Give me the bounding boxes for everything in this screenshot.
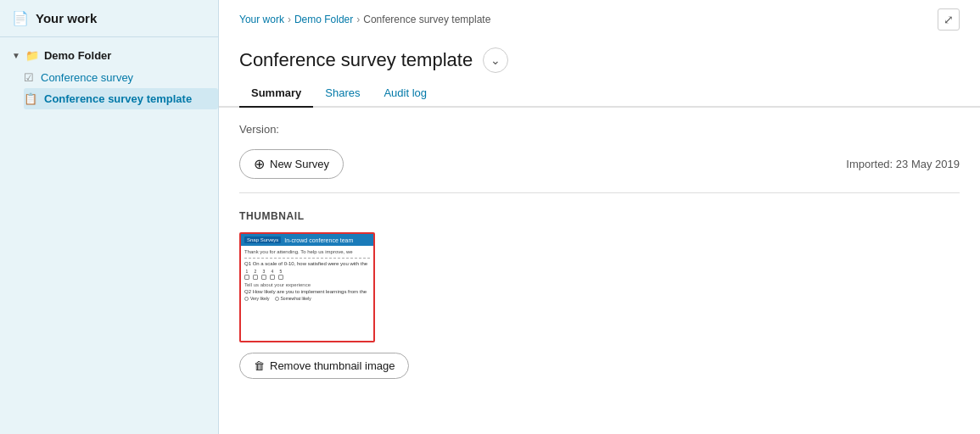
sidebar-tree: ▼ 📁 Demo Folder ☑ Conference survey 📋 Co… [0,37,218,116]
doc-icon: ☑ [24,71,34,84]
plus-icon: ⊕ [254,156,265,172]
thumb-body: Thank you for attending. To help us impr… [241,246,373,304]
folder-icon: 📁 [25,49,39,62]
breadcrumb-bar: Your work › Demo Folder › Conference sur… [219,0,980,36]
thumb-checkbox-5 [278,275,283,280]
thumb-checkbox-1 [244,275,249,280]
remove-thumbnail-button[interactable]: 🗑 Remove thumbnail image [239,353,409,379]
version-label: Version: [239,123,960,136]
thumb-option-label-1: 1 [246,269,249,274]
thumb-radio-circle-2 [275,297,279,301]
folder-label: Demo Folder [44,49,111,62]
breadcrumb: Your work › Demo Folder › Conference sur… [239,14,490,25]
thumb-option-3: 3 [261,269,266,280]
page-title: Conference survey template [239,49,473,71]
title-dropdown-button[interactable]: ⌄ [483,47,508,73]
thumb-intro: Thank you for attending. To help us impr… [244,249,370,254]
document-icon: 📄 [12,10,29,26]
main-content: Your work › Demo Folder › Conference sur… [219,0,980,434]
thumb-option-5: 5 [278,269,283,280]
thumb-option-1: 1 [244,269,249,280]
thumb-header: Snap Surveys In-crowd conference team [241,234,373,246]
breadcrumb-sep-2: › [356,14,360,25]
new-survey-row: ⊕ New Survey Imported: 23 May 2019 [239,149,960,179]
thumb-radio-circle-1 [244,297,249,301]
tab-summary[interactable]: Summary [239,80,313,108]
snap-badge: Snap Surveys [244,236,281,243]
thumb-option-label-4: 4 [272,269,274,274]
sidebar-header-label: Your work [36,11,97,25]
sidebar: 📄 Your work ▼ 📁 Demo Folder ☑ Conference… [0,0,219,434]
tab-summary-label: Summary [251,86,301,99]
collapse-icon: ▼ [12,51,20,60]
tab-shares-label: Shares [325,86,360,99]
sidebar-item-conference-survey-template[interactable]: 📋 Conference survey template [24,88,218,109]
thumb-divider [244,258,370,259]
tab-audit-log-label: Audit log [384,86,427,99]
sidebar-item-label-conference-survey: Conference survey [41,71,133,84]
divider [239,192,960,193]
sidebar-header[interactable]: 📄 Your work [0,0,218,37]
thumb-checkbox-4 [270,275,275,280]
breadcrumb-current: Conference survey template [363,14,490,25]
thumb-option-label-5: 5 [280,269,283,274]
breadcrumb-sep-1: › [288,14,291,25]
thumb-radio-2: Somewhat likely [275,296,311,301]
new-survey-label: New Survey [270,158,329,170]
thumb-radios: Very likely Somewhat likely [244,296,370,301]
sidebar-item-label-conference-survey-template: Conference survey template [44,92,192,105]
thumb-option-label-2: 2 [255,269,257,274]
sidebar-item-conference-survey[interactable]: ☑ Conference survey [24,67,218,88]
thumbnail-preview: Snap Surveys In-crowd conference team Th… [239,232,375,342]
tab-content: Version: ⊕ New Survey Imported: 23 May 2… [219,108,980,434]
thumb-option-label-3: 3 [263,269,266,274]
tabs-bar: Summary Shares Audit log [219,80,980,108]
thumbnail-section-label: THUMBNAIL [239,210,960,222]
template-icon: 📋 [24,92,37,105]
thumb-section-title: Tell us about your experience [244,282,370,287]
thumb-checkbox-3 [261,275,266,280]
thumb-radio-label-1: Very likely [250,296,270,301]
remove-thumb-label: Remove thumbnail image [270,359,395,372]
tree-folder-demo[interactable]: ▼ 📁 Demo Folder [0,44,218,67]
tree-children: ☑ Conference survey 📋 Conference survey … [0,67,218,109]
import-date: Imported: 23 May 2019 [846,158,960,170]
new-survey-button[interactable]: ⊕ New Survey [239,149,344,179]
thumb-option-2: 2 [253,269,258,280]
thumb-options: 1 2 3 4 5 [244,269,370,280]
tab-shares[interactable]: Shares [313,80,372,108]
tab-audit-log[interactable]: Audit log [372,80,439,108]
thumb-q1: Q1 On a scale of 0-10, how satisfied wer… [244,261,370,266]
thumb-q2: Q2 How likely are you to implement learn… [244,289,370,294]
thumb-radio-label-2: Somewhat likely [281,296,311,301]
thumb-option-4: 4 [270,269,275,280]
breadcrumb-demo-folder[interactable]: Demo Folder [294,14,353,25]
breadcrumb-your-work[interactable]: Your work [239,14,284,25]
thumb-radio-1: Very likely [244,296,270,301]
thumb-checkbox-2 [253,275,258,280]
page-header: Conference survey template ⌄ [219,36,980,80]
trash-icon: 🗑 [254,359,265,372]
expand-button[interactable]: ⤢ [938,8,960,31]
thumb-header-title: In-crowd conference team [284,237,353,243]
